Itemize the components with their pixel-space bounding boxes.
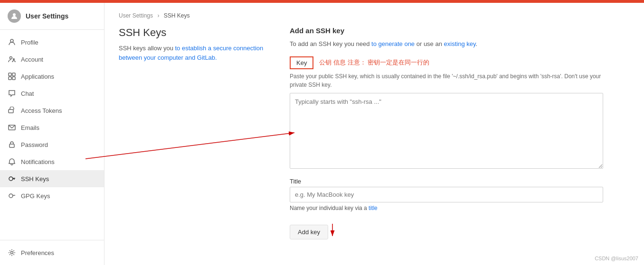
svg-rect-6 bbox=[9, 77, 11, 80]
add-ssh-section: Add an SSH key To add an SSH key you nee… bbox=[290, 27, 603, 239]
svg-point-11 bbox=[9, 177, 13, 181]
sidebar-item-emails[interactable]: Emails bbox=[0, 119, 104, 136]
svg-rect-5 bbox=[12, 73, 15, 76]
key-annotation: 公钥 信息 注意： 密钥一定是在同一行的 bbox=[319, 58, 429, 67]
sidebar-item-gpg-keys-label: GPG Keys bbox=[21, 192, 50, 200]
sidebar-title: User Settings bbox=[26, 12, 68, 20]
svg-rect-8 bbox=[9, 110, 13, 113]
sidebar-nav: Profile Account Applications Chat bbox=[0, 30, 104, 240]
svg-rect-4 bbox=[9, 73, 11, 76]
svg-point-1 bbox=[10, 39, 13, 42]
chat-icon bbox=[8, 89, 16, 98]
sidebar-item-gpg-keys[interactable]: GPG Keys bbox=[0, 187, 104, 204]
account-icon bbox=[8, 55, 16, 64]
svg-point-17 bbox=[11, 252, 13, 254]
existing-key-link[interactable]: existing key bbox=[444, 40, 476, 47]
key-form-group: Key 公钥 信息 注意： 密钥一定是在同一行的 Paste your publ… bbox=[290, 56, 603, 170]
svg-point-3 bbox=[13, 58, 15, 60]
sidebar-item-chat-label: Chat bbox=[21, 90, 34, 97]
title-link[interactable]: title bbox=[369, 205, 378, 211]
sidebar-item-notifications[interactable]: Notifications bbox=[0, 153, 104, 170]
sidebar-footer: Preferences bbox=[0, 240, 104, 265]
sidebar: User Settings Profile Account Applicatio… bbox=[0, 3, 104, 265]
two-column-layout: SSH Keys SSH keys allow you to establish… bbox=[119, 27, 630, 239]
left-column: SSH Keys SSH keys allow you to establish… bbox=[119, 27, 271, 239]
svg-point-15 bbox=[9, 194, 13, 198]
main-layout: User Settings Profile Account Applicatio… bbox=[0, 3, 644, 265]
sidebar-item-notifications-label: Notifications bbox=[21, 158, 55, 165]
ssh-keys-icon bbox=[8, 174, 16, 183]
breadcrumb-parent[interactable]: User Settings bbox=[119, 12, 153, 19]
sidebar-item-profile-label: Profile bbox=[21, 39, 38, 46]
watermark: CSDN @lisus2007 bbox=[595, 256, 638, 261]
sidebar-item-access-tokens-label: Access Tokens bbox=[21, 107, 62, 114]
sidebar-item-applications[interactable]: Applications bbox=[0, 68, 104, 85]
title-hint: Name your individual key via a title bbox=[290, 205, 603, 211]
sidebar-item-ssh-keys-label: SSH Keys bbox=[21, 175, 49, 183]
svg-point-2 bbox=[10, 57, 12, 59]
page-description: SSH keys allow you to establish a secure… bbox=[119, 44, 271, 62]
sidebar-item-ssh-keys[interactable]: SSH Keys bbox=[0, 170, 104, 187]
svg-rect-7 bbox=[12, 77, 15, 80]
breadcrumb-current: SSH Keys bbox=[164, 12, 190, 19]
user-avatar-icon bbox=[8, 9, 21, 23]
add-key-button[interactable]: Add key bbox=[290, 225, 328, 239]
sidebar-item-account-label: Account bbox=[21, 56, 43, 63]
generate-link[interactable]: to generate one bbox=[371, 40, 415, 47]
sidebar-item-profile[interactable]: Profile bbox=[0, 34, 104, 51]
sidebar-item-emails-label: Emails bbox=[21, 124, 39, 131]
access-tokens-icon bbox=[8, 106, 16, 115]
notifications-icon bbox=[8, 157, 16, 166]
applications-icon bbox=[8, 72, 16, 81]
gpg-keys-icon bbox=[8, 192, 16, 200]
sidebar-item-password[interactable]: Password bbox=[0, 136, 104, 153]
profile-icon bbox=[8, 38, 16, 46]
sidebar-header: User Settings bbox=[0, 3, 104, 30]
preferences-icon bbox=[8, 248, 16, 257]
right-column: Add an SSH key To add an SSH key you nee… bbox=[290, 27, 603, 239]
breadcrumb-separator: › bbox=[157, 12, 159, 19]
add-ssh-title: Add an SSH key bbox=[290, 27, 603, 35]
breadcrumb: User Settings › SSH Keys bbox=[119, 12, 630, 19]
title-label: Title bbox=[290, 178, 603, 185]
title-form-group: Title Name your individual key via a tit… bbox=[290, 178, 603, 211]
sidebar-item-preferences-label: Preferences bbox=[21, 249, 54, 256]
sidebar-item-applications-label: Applications bbox=[21, 73, 54, 80]
svg-rect-10 bbox=[9, 144, 14, 147]
title-input[interactable] bbox=[290, 187, 603, 202]
sidebar-item-account[interactable]: Account bbox=[0, 51, 104, 68]
sidebar-item-access-tokens[interactable]: Access Tokens bbox=[0, 102, 104, 119]
page-title: SSH Keys bbox=[119, 27, 271, 39]
svg-point-0 bbox=[13, 13, 16, 16]
add-ssh-desc: To add an SSH key you need to generate o… bbox=[290, 39, 603, 49]
password-icon bbox=[8, 140, 16, 149]
main-content: User Settings › SSH Keys SSH Keys SSH ke… bbox=[104, 3, 644, 265]
emails-icon bbox=[8, 123, 16, 132]
key-label-row: Key 公钥 信息 注意： 密钥一定是在同一行的 bbox=[290, 56, 603, 69]
key-hint: Paste your public SSH key, which is usua… bbox=[290, 72, 603, 89]
sidebar-item-preferences[interactable]: Preferences bbox=[0, 244, 104, 261]
sidebar-item-chat[interactable]: Chat bbox=[0, 85, 104, 102]
key-label: Key bbox=[290, 56, 313, 69]
establish-link[interactable]: to establish a secure connection between… bbox=[119, 45, 263, 61]
key-textarea[interactable] bbox=[290, 93, 603, 169]
sidebar-item-password-label: Password bbox=[21, 141, 48, 148]
